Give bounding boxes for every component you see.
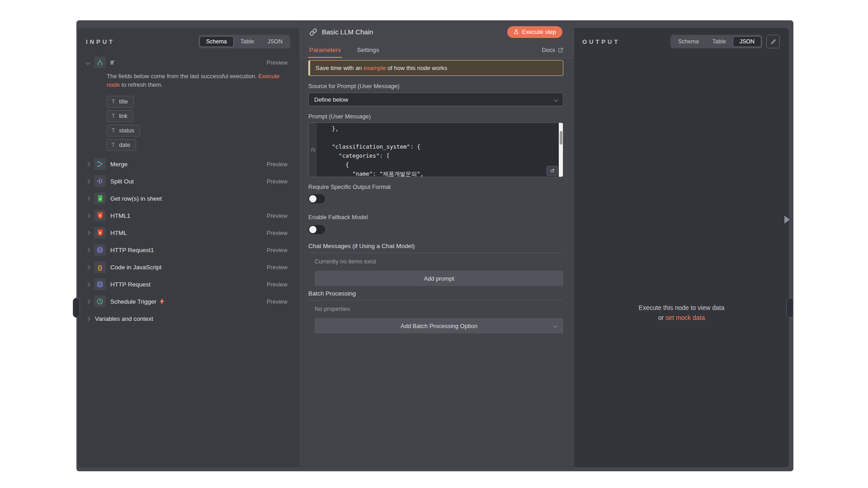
toggle-knob bbox=[309, 226, 316, 233]
add-batch-processing-option-button[interactable]: Add Batch Processing Option bbox=[315, 318, 563, 333]
merge-icon bbox=[94, 158, 106, 170]
text-type-icon: T bbox=[112, 127, 115, 134]
section-divider bbox=[308, 253, 563, 253]
tree-node-code-in-javascript[interactable]: {} Code in JavaScript Preview bbox=[85, 258, 288, 276]
tree-node-schedule-trigger[interactable]: Schedule Trigger Preview bbox=[85, 293, 288, 310]
editor-history-icon[interactable]: ↺ bbox=[547, 166, 558, 176]
output-panel-resize-handle[interactable] bbox=[786, 298, 793, 318]
clock-icon bbox=[94, 296, 106, 307]
schema-field-title[interactable]: Ttitle bbox=[107, 96, 134, 108]
collapse-output-arrow-icon[interactable] bbox=[784, 216, 790, 224]
input-panel-resize-handle[interactable] bbox=[73, 298, 80, 318]
chevron-down-icon bbox=[553, 324, 558, 328]
edit-output-button[interactable] bbox=[766, 35, 780, 48]
chevron-right-icon[interactable] bbox=[85, 231, 90, 235]
output-empty-state: Execute this node to view data or set mo… bbox=[574, 303, 789, 323]
execution-note-suffix: to refresh them. bbox=[120, 81, 163, 88]
require-output-format-toggle[interactable] bbox=[308, 194, 325, 203]
field-name: title bbox=[119, 99, 127, 105]
code-braces-icon: {} bbox=[94, 261, 106, 273]
output-panel: OUTPUT Schema Table JSON Execute this no… bbox=[574, 28, 789, 467]
set-mock-data-link[interactable]: set mock data bbox=[665, 314, 705, 321]
prompt-code-editor[interactable]: fx }, "classification_system": { "catego… bbox=[308, 122, 563, 177]
output-empty-line1: Execute this node to view data bbox=[574, 303, 789, 313]
tree-node-http-request[interactable]: HTTP Request Preview bbox=[85, 276, 288, 293]
field-name: status bbox=[119, 127, 134, 134]
pencil-icon bbox=[770, 39, 776, 45]
preview-link[interactable]: Preview bbox=[267, 59, 288, 66]
enable-fallback-toggle[interactable] bbox=[308, 225, 325, 234]
toggle-knob bbox=[309, 195, 316, 202]
chevron-right-icon[interactable] bbox=[85, 266, 90, 269]
docs-link[interactable]: Docs bbox=[542, 47, 563, 53]
chevron-right-icon[interactable] bbox=[85, 197, 90, 200]
schema-field-link[interactable]: Tlink bbox=[107, 110, 133, 122]
sheet-icon bbox=[94, 192, 106, 204]
execution-note: The fields below come from the last succ… bbox=[107, 72, 283, 89]
input-tab-schema[interactable]: Schema bbox=[199, 36, 234, 47]
tab-settings[interactable]: Settings bbox=[356, 42, 380, 58]
example-link[interactable]: example bbox=[363, 65, 386, 71]
node-settings-panel: Basic LLM Chain Execute step Parameters … bbox=[299, 22, 574, 469]
input-schema-tree: If Preview The fields below come from th… bbox=[78, 52, 299, 327]
editor-scrollbar-thumb[interactable] bbox=[560, 131, 562, 145]
chevron-right-icon[interactable] bbox=[85, 283, 90, 286]
chevron-right-icon[interactable] bbox=[85, 317, 90, 320]
output-view-switcher: Schema Table JSON bbox=[670, 35, 762, 48]
preview-link[interactable]: Preview bbox=[267, 264, 288, 271]
chevron-right-icon[interactable] bbox=[85, 300, 90, 303]
chevron-right-icon[interactable] bbox=[85, 180, 90, 183]
tree-node-label: Variables and context bbox=[95, 315, 153, 322]
tree-node-label: Code in JavaScript bbox=[110, 264, 161, 271]
tree-node-html[interactable]: 5 HTML Preview bbox=[85, 224, 288, 241]
tree-node-split-out[interactable]: Split Out Preview bbox=[85, 173, 288, 190]
prompt-code-content[interactable]: }, "classification_system": { "categorie… bbox=[317, 123, 563, 177]
output-tab-schema[interactable]: Schema bbox=[671, 36, 706, 47]
tree-node-label: Split Out bbox=[110, 178, 134, 185]
output-empty-line2-prefix: or bbox=[658, 314, 665, 321]
tree-node-label: Schedule Trigger bbox=[110, 298, 156, 305]
tree-node-label: HTTP Request1 bbox=[110, 247, 154, 253]
execute-step-button[interactable]: Execute step bbox=[507, 26, 562, 38]
tree-node-merge[interactable]: Merge Preview bbox=[85, 155, 288, 173]
output-tab-json[interactable]: JSON bbox=[733, 36, 761, 47]
preview-link[interactable]: Preview bbox=[267, 298, 288, 305]
preview-link[interactable]: Preview bbox=[267, 212, 288, 219]
chevron-right-icon[interactable] bbox=[85, 163, 90, 166]
tree-node-get-rows-in-sheet[interactable]: Get row(s) in sheet bbox=[85, 190, 288, 207]
preview-link[interactable]: Preview bbox=[267, 230, 288, 236]
tree-node-label: HTTP Request bbox=[110, 281, 151, 288]
tree-node-if[interactable]: If Preview bbox=[85, 55, 288, 70]
input-tab-table[interactable]: Table bbox=[234, 36, 261, 47]
tree-node-http-request1[interactable]: HTTP Request1 Preview bbox=[85, 241, 288, 258]
chevron-right-icon[interactable] bbox=[85, 214, 90, 217]
if-icon bbox=[94, 56, 106, 68]
external-link-icon bbox=[558, 47, 563, 53]
chevron-down-icon[interactable] bbox=[85, 61, 90, 64]
expression-gutter: fx bbox=[309, 123, 317, 177]
input-tab-json[interactable]: JSON bbox=[261, 36, 289, 47]
text-type-icon: T bbox=[112, 99, 115, 105]
source-prompt-select[interactable]: Define below bbox=[308, 93, 563, 106]
svg-text:5: 5 bbox=[99, 214, 101, 218]
preview-link[interactable]: Preview bbox=[267, 161, 288, 168]
schema-field-status[interactable]: Tstatus bbox=[107, 125, 140, 136]
tab-parameters[interactable]: Parameters bbox=[308, 42, 342, 58]
source-prompt-value: Define below bbox=[314, 96, 348, 103]
tree-node-label: HTML1 bbox=[110, 212, 130, 219]
text-type-icon: T bbox=[112, 142, 115, 148]
schema-field-date[interactable]: Tdate bbox=[107, 139, 136, 151]
output-tab-table[interactable]: Table bbox=[706, 36, 733, 47]
preview-link[interactable]: Preview bbox=[267, 178, 288, 185]
preview-link[interactable]: Preview bbox=[267, 281, 288, 288]
tree-node-html1[interactable]: 5 HTML1 Preview bbox=[85, 207, 288, 224]
source-prompt-label: Source for Prompt (User Message) bbox=[308, 83, 563, 89]
preview-link[interactable]: Preview bbox=[267, 247, 288, 253]
globe-icon bbox=[94, 244, 106, 256]
chain-link-icon bbox=[309, 28, 317, 36]
chevron-right-icon[interactable] bbox=[85, 249, 90, 252]
require-output-format-label: Require Specific Output Format bbox=[308, 183, 563, 190]
tree-node-variables-and-context[interactable]: Variables and context bbox=[85, 310, 288, 327]
editor-scrollbar[interactable] bbox=[559, 123, 563, 177]
add-prompt-button[interactable]: Add prompt bbox=[315, 271, 563, 286]
